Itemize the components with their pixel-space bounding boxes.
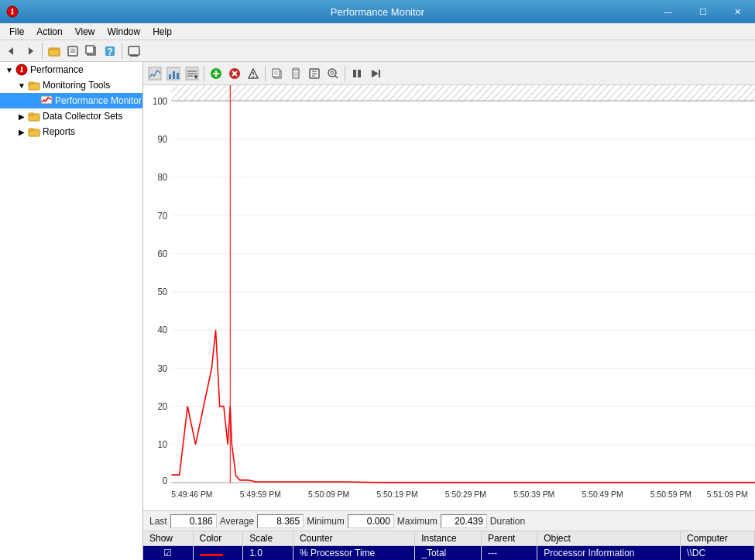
col-instance: Instance [415, 531, 482, 546]
computer-cell: \\DC [681, 546, 755, 561]
next-frame-button[interactable] [367, 65, 384, 82]
svg-text:90: 90 [157, 134, 167, 146]
minimum-label: Minimum [307, 516, 345, 527]
show-hide-button[interactable] [46, 43, 63, 60]
pause-button[interactable] [348, 65, 365, 82]
svg-text:50: 50 [157, 287, 167, 298]
menu-file[interactable]: File [3, 25, 30, 39]
show-checkbox[interactable]: ☑ [143, 546, 193, 561]
menu-help[interactable]: Help [146, 25, 178, 39]
svg-rect-25 [29, 129, 34, 131]
title-bar: Performance Monitor — ☐ ✕ [0, 0, 755, 23]
forward-button[interactable] [22, 43, 39, 60]
tree-item-monitoring-tools[interactable]: ▼ Monitoring Tools [0, 77, 142, 93]
menu-bar: File Action View Window Help [0, 23, 755, 40]
view-histogram-button[interactable] [165, 65, 182, 82]
svg-text:?: ? [107, 46, 113, 57]
counter-name-cell: % Processor Time [293, 546, 414, 561]
data-collector-icon [28, 110, 40, 122]
table-row[interactable]: ☑ 1.0 % Processor Time _Total --- Proces… [143, 546, 755, 561]
last-label: Last [149, 516, 167, 527]
delete-counter-button[interactable] [226, 65, 243, 82]
menu-view[interactable]: View [69, 25, 101, 39]
nav-toolbar: ? [0, 40, 755, 62]
reports-icon [28, 125, 40, 138]
tree-item-data-collector-sets[interactable]: ▶ Data Collector Sets [0, 108, 142, 124]
window-title: Performance Monitor [331, 6, 424, 18]
tree-label-reports: Reports [43, 126, 75, 137]
main-content: ▼ Performance ▼ Monitoring Tools [0, 62, 755, 560]
svg-text:20: 20 [157, 401, 167, 413]
maximize-button[interactable]: ☐ [685, 0, 720, 23]
svg-point-60 [331, 71, 334, 74]
svg-text:5:50:29 PM: 5:50:29 PM [445, 490, 486, 499]
new-button[interactable]: ? [101, 43, 118, 60]
sep1 [42, 43, 43, 59]
scale-cell: 1.0 [243, 546, 293, 561]
duration-label: Duration [490, 516, 525, 527]
tree-item-reports[interactable]: ▶ Reports [0, 124, 142, 139]
svg-rect-50 [294, 68, 297, 70]
svg-marker-3 [9, 47, 13, 55]
tree-item-performance[interactable]: ▼ Performance [0, 62, 142, 77]
chart-sep2 [265, 66, 266, 81]
svg-text:70: 70 [157, 210, 167, 222]
svg-text:5:50:59 PM: 5:50:59 PM [650, 490, 692, 499]
svg-line-59 [335, 75, 338, 78]
svg-rect-6 [49, 50, 60, 56]
menu-action[interactable]: Action [30, 25, 68, 39]
minimize-button[interactable]: — [650, 0, 685, 23]
svg-rect-29 [173, 71, 175, 79]
freeze-button[interactable] [324, 65, 341, 82]
tree-label-performance: Performance [30, 64, 84, 75]
new-window-button[interactable] [83, 43, 100, 60]
col-color: Color [193, 531, 243, 546]
expand-monitoring-tools[interactable]: ▼ [15, 79, 28, 91]
view-graph-button[interactable] [146, 65, 163, 82]
last-value: 0.186 [170, 514, 217, 528]
svg-text:5:50:19 PM: 5:50:19 PM [376, 490, 417, 499]
svg-text:5:50:09 PM: 5:50:09 PM [308, 490, 349, 499]
properties-button[interactable] [64, 43, 81, 60]
performance-chart: 100 90 80 70 60 50 40 30 20 10 0 5:49:46… [143, 85, 755, 510]
svg-rect-11 [86, 46, 94, 53]
highlight-button[interactable] [245, 65, 262, 82]
expand-reports[interactable]: ▶ [15, 125, 28, 138]
app-icon [6, 5, 19, 18]
col-show: Show [143, 531, 193, 546]
svg-text:0: 0 [163, 476, 168, 487]
col-scale: Scale [243, 531, 293, 546]
svg-text:5:50:39 PM: 5:50:39 PM [513, 490, 554, 499]
average-label: Average [220, 516, 254, 527]
svg-rect-20 [29, 82, 34, 84]
tree-label-data-collector: Data Collector Sets [43, 111, 122, 122]
chart-sep1 [204, 66, 204, 81]
chart-sep3 [345, 66, 345, 81]
tree-item-performance-monitor[interactable]: Performance Monitor [0, 93, 142, 108]
copy-properties-button[interactable] [269, 65, 286, 82]
svg-rect-66 [171, 85, 755, 101]
svg-text:5:51:09 PM: 5:51:09 PM [707, 490, 748, 499]
view-report-button[interactable]: ▼ [184, 65, 201, 82]
tree-label-performance-monitor: Performance Monitor [55, 95, 142, 106]
svg-text:5:49:46 PM: 5:49:46 PM [171, 490, 212, 499]
svg-text:80: 80 [157, 172, 167, 184]
svg-text:5:50:49 PM: 5:50:49 PM [582, 490, 623, 499]
average-value: 8.365 [257, 514, 304, 528]
paste-counter-button[interactable] [287, 65, 304, 82]
object-cell: Processor Information [537, 546, 681, 561]
expand-data-collector[interactable]: ▶ [15, 110, 28, 122]
console-button[interactable] [125, 43, 142, 60]
close-button[interactable]: ✕ [720, 0, 755, 23]
add-counter-button[interactable] [208, 65, 225, 82]
menu-window[interactable]: Window [101, 25, 147, 39]
svg-text:5:49:59 PM: 5:49:59 PM [240, 490, 281, 499]
window-controls: — ☐ ✕ [650, 0, 755, 23]
svg-marker-63 [372, 70, 379, 77]
svg-rect-28 [169, 74, 171, 79]
chart-area: 100 90 80 70 60 50 40 30 20 10 0 5:49:46… [143, 85, 755, 510]
parent-cell: --- [482, 546, 537, 561]
back-button[interactable] [3, 43, 20, 60]
expand-performance[interactable]: ▼ [3, 64, 15, 76]
counter-properties-button[interactable] [306, 65, 323, 82]
